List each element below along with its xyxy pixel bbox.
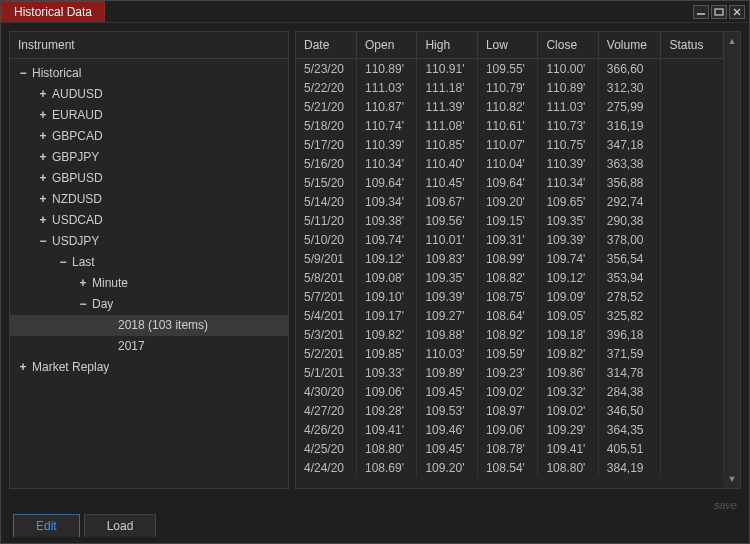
tree-node-gbpusd[interactable]: +GBPUSD <box>10 168 288 189</box>
table-row[interactable]: 5/16/20110.34'110.40'110.04'110.39'363,3… <box>296 154 724 173</box>
table-cell: 109.17' <box>356 306 416 325</box>
table-cell: 5/7/201 <box>296 287 356 306</box>
tree-node-usdcad[interactable]: +USDCAD <box>10 210 288 231</box>
table-row[interactable]: 5/3/201109.82'109.88'108.92'109.18'396,1… <box>296 325 724 344</box>
window-controls <box>693 5 749 19</box>
table-cell: 364,35 <box>598 420 661 439</box>
table-cell <box>661 458 724 477</box>
table-cell: 109.89' <box>417 363 477 382</box>
table-row[interactable]: 5/1/201109.33'109.89'109.23'109.86'314,7… <box>296 363 724 382</box>
table-cell: 109.41' <box>538 439 598 458</box>
table-row[interactable]: 5/7/201109.10'109.39'108.75'109.09'278,5… <box>296 287 724 306</box>
table-cell: 110.82' <box>477 97 537 116</box>
expand-icon: + <box>38 128 48 145</box>
tree-node-historical[interactable]: −Historical <box>10 63 288 84</box>
table-row[interactable]: 5/2/201109.85'110.03'109.59'109.82'371,5… <box>296 344 724 363</box>
tree-node-euraud[interactable]: +EURAUD <box>10 105 288 126</box>
table-row[interactable]: 5/17/20110.39'110.85'110.07'110.75'347,1… <box>296 135 724 154</box>
scroll-up-icon[interactable]: ▲ <box>728 36 737 46</box>
instrument-tree-panel: Instrument −Historical +AUDUSD+EURAUD+GB… <box>9 31 289 489</box>
tree-node-minute[interactable]: +Minute <box>10 273 288 294</box>
tree-node-nzdusd[interactable]: +NZDUSD <box>10 189 288 210</box>
column-header-date[interactable]: Date <box>296 32 356 59</box>
expand-icon: + <box>38 107 48 124</box>
table-cell: 109.82' <box>538 344 598 363</box>
table-row[interactable]: 4/25/20108.80'109.45'108.78'109.41'405,5… <box>296 439 724 458</box>
table-row[interactable]: 5/14/20109.34'109.67'109.20'109.65'292,7… <box>296 192 724 211</box>
table-cell: 109.27' <box>417 306 477 325</box>
table-cell: 284,38 <box>598 382 661 401</box>
tree-node-day[interactable]: −Day <box>10 294 288 315</box>
table-cell: 111.08' <box>417 116 477 135</box>
tree-node-market-replay[interactable]: +Market Replay <box>10 357 288 378</box>
tree-node-last[interactable]: −Last <box>10 252 288 273</box>
table-cell: 290,38 <box>598 211 661 230</box>
table-row[interactable]: 4/30/20109.06'109.45'109.02'109.32'284,3… <box>296 382 724 401</box>
table-row[interactable]: 4/26/20109.41'109.46'109.06'109.29'364,3… <box>296 420 724 439</box>
table-cell: 5/17/20 <box>296 135 356 154</box>
table-cell <box>661 306 724 325</box>
column-header-high[interactable]: High <box>417 32 477 59</box>
table-row[interactable]: 5/22/20111.03'111.18'110.79'110.89'312,3… <box>296 78 724 97</box>
table-cell: 4/24/20 <box>296 458 356 477</box>
table-cell: 5/18/20 <box>296 116 356 135</box>
column-header-low[interactable]: Low <box>477 32 537 59</box>
table-row[interactable]: 4/27/20109.28'109.53'108.97'109.02'346,5… <box>296 401 724 420</box>
table-row[interactable]: 5/10/20109.74'110.01'109.31'109.39'378,0… <box>296 230 724 249</box>
tree-leaf-2017[interactable]: 2017 <box>10 336 288 357</box>
table-row[interactable]: 5/21/20110.87'111.39'110.82'111.03'275,9… <box>296 97 724 116</box>
tree-node-usdjpy[interactable]: −USDJPY <box>10 231 288 252</box>
maximize-button[interactable] <box>711 5 727 19</box>
column-header-status[interactable]: Status <box>661 32 724 59</box>
table-cell: 109.39' <box>417 287 477 306</box>
table-row[interactable]: 4/24/20108.69'109.20'108.54'108.80'384,1… <box>296 458 724 477</box>
table-cell: 110.79' <box>477 78 537 97</box>
table-row[interactable]: 5/15/20109.64'110.45'109.64'110.34'356,8… <box>296 173 724 192</box>
minimize-button[interactable] <box>693 5 709 19</box>
scroll-down-icon[interactable]: ▼ <box>728 474 737 484</box>
column-header-volume[interactable]: Volume <box>598 32 661 59</box>
historical-data-window: Historical Data Instrument −Historical +… <box>0 0 750 544</box>
tree-node-gbpcad[interactable]: +GBPCAD <box>10 126 288 147</box>
table-cell: 109.35' <box>538 211 598 230</box>
table-cell: 109.15' <box>477 211 537 230</box>
tab-edit[interactable]: Edit <box>13 514 80 537</box>
table-cell: 110.89' <box>538 78 598 97</box>
data-table-panel: DateOpenHighLowCloseVolumeStatus 5/23/20… <box>295 31 741 489</box>
table-cell: 366,60 <box>598 59 661 79</box>
table-cell: 109.74' <box>356 230 416 249</box>
table-cell: 110.75' <box>538 135 598 154</box>
vertical-scrollbar[interactable]: ▲ ▼ <box>724 32 740 488</box>
table-cell: 275,99 <box>598 97 661 116</box>
table-cell: 111.03' <box>356 78 416 97</box>
table-cell: 109.12' <box>538 268 598 287</box>
tab-load[interactable]: Load <box>84 514 157 537</box>
instrument-tree[interactable]: −Historical +AUDUSD+EURAUD+GBPCAD+GBPJPY… <box>10 59 288 488</box>
table-row[interactable]: 5/11/20109.38'109.56'109.15'109.35'290,3… <box>296 211 724 230</box>
close-button[interactable] <box>729 5 745 19</box>
table-cell: 314,78 <box>598 363 661 382</box>
table-cell: 109.02' <box>477 382 537 401</box>
tree-leaf-2018[interactable]: 2018 (103 items) <box>10 315 288 336</box>
tree-node-gbpjpy[interactable]: +GBPJPY <box>10 147 288 168</box>
table-row[interactable]: 5/8/201109.08'109.35'108.82'109.12'353,9… <box>296 268 724 287</box>
tree-node-audusd[interactable]: +AUDUSD <box>10 84 288 105</box>
table-row[interactable]: 5/9/201109.12'109.83'108.99'109.74'356,5… <box>296 249 724 268</box>
table-cell: 4/27/20 <box>296 401 356 420</box>
table-cell: 110.61' <box>477 116 537 135</box>
table-cell: 109.88' <box>417 325 477 344</box>
column-header-open[interactable]: Open <box>356 32 416 59</box>
table-row[interactable]: 5/4/201109.17'109.27'108.64'109.05'325,8… <box>296 306 724 325</box>
table-cell: 5/9/201 <box>296 249 356 268</box>
collapse-icon: − <box>18 65 28 82</box>
table-row[interactable]: 5/23/20110.89'110.91'109.55'110.00'366,6… <box>296 59 724 79</box>
table-cell: 316,19 <box>598 116 661 135</box>
table-row[interactable]: 5/18/20110.74'111.08'110.61'110.73'316,1… <box>296 116 724 135</box>
table-cell: 110.01' <box>417 230 477 249</box>
table-cell <box>661 420 724 439</box>
table-cell: 109.29' <box>538 420 598 439</box>
column-header-close[interactable]: Close <box>538 32 598 59</box>
table-cell: 109.06' <box>477 420 537 439</box>
table-cell: 108.75' <box>477 287 537 306</box>
expand-icon: + <box>38 191 48 208</box>
